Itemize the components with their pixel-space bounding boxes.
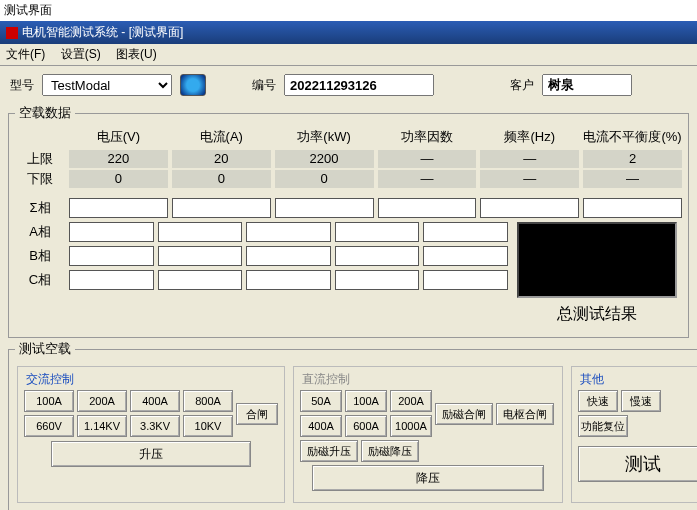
upper-current: 20: [172, 150, 271, 168]
fast-button[interactable]: 快速: [578, 390, 618, 412]
b-voltage[interactable]: [69, 246, 154, 266]
result-label: 总测试结果: [557, 300, 637, 329]
menubar: 文件(F) 设置(S) 图表(U): [0, 44, 697, 66]
b-power[interactable]: [246, 246, 331, 266]
col-voltage: 电压(V): [69, 126, 168, 148]
col-pf: 功率因数: [378, 126, 477, 148]
dc-1000a-button[interactable]: 1000A: [390, 415, 432, 437]
exc-up-button[interactable]: 励磁升压: [300, 440, 358, 462]
dc-100a-button[interactable]: 100A: [345, 390, 387, 412]
menu-file[interactable]: 文件(F): [6, 47, 45, 61]
titlebar-text: 电机智能测试系统 - [测试界面]: [22, 24, 183, 41]
row-upper-label: 上限: [15, 150, 65, 168]
model-label: 型号: [10, 77, 34, 94]
main-panel: 型号 TestModal 编号 客户 空载数据 电压(V) 电流(A) 功率(k…: [0, 66, 697, 510]
row-a-label: A相: [15, 223, 65, 241]
c-voltage[interactable]: [69, 270, 154, 290]
menu-chart[interactable]: 图表(U): [116, 47, 157, 61]
dc-50a-button[interactable]: 50A: [300, 390, 342, 412]
dc-400a-button[interactable]: 400A: [300, 415, 342, 437]
ac-up-button[interactable]: 升压: [51, 441, 251, 467]
number-label: 编号: [252, 77, 276, 94]
noload-legend: 空载数据: [15, 104, 75, 122]
col-power: 功率(kW): [275, 126, 374, 148]
customer-input[interactable]: [542, 74, 632, 96]
dc-600a-button[interactable]: 600A: [345, 415, 387, 437]
ac-660v-button[interactable]: 660V: [24, 415, 74, 437]
other-control-group: 其他 快速 慢速 功能复位 测试: [571, 366, 697, 503]
result-screen: [517, 222, 677, 298]
ac-100a-button[interactable]: 100A: [24, 390, 74, 412]
result-box: 总测试结果: [512, 222, 682, 329]
b-current[interactable]: [158, 246, 243, 266]
test-button[interactable]: 测试: [578, 446, 697, 482]
dc-200a-button[interactable]: 200A: [390, 390, 432, 412]
dc-label: 直流控制: [302, 371, 556, 388]
sigma-current[interactable]: [172, 198, 271, 218]
a-current[interactable]: [158, 222, 243, 242]
col-unbal: 电流不平衡度(%): [583, 126, 682, 148]
upper-power: 2200: [275, 150, 374, 168]
lower-current: 0: [172, 170, 271, 188]
exc-close-button[interactable]: 励磁合闸: [435, 403, 493, 425]
dc-control-group: 直流控制 50A 100A 200A 400A 600A 1000A 励磁合闸 …: [293, 366, 563, 503]
dc-down-button[interactable]: 降压: [312, 465, 544, 491]
ac-label: 交流控制: [26, 371, 278, 388]
c-power[interactable]: [246, 270, 331, 290]
col-freq: 频率(Hz): [480, 126, 579, 148]
exc-down-button[interactable]: 励磁降压: [361, 440, 419, 462]
ac-3_3kv-button[interactable]: 3.3KV: [130, 415, 180, 437]
phase-area: A相 总测试结果 B相 C相: [15, 222, 682, 329]
b-freq[interactable]: [423, 246, 508, 266]
lower-power: 0: [275, 170, 374, 188]
data-grid: 电压(V) 电流(A) 功率(kW) 功率因数 频率(Hz) 电流不平衡度(%)…: [15, 126, 682, 218]
mot-close-button[interactable]: 电枢合闸: [496, 403, 554, 425]
sigma-unbal[interactable]: [583, 198, 682, 218]
row-c-label: C相: [15, 271, 65, 289]
sigma-power[interactable]: [275, 198, 374, 218]
noload-data-group: 空载数据 电压(V) 电流(A) 功率(kW) 功率因数 频率(Hz) 电流不平…: [8, 104, 689, 338]
number-input[interactable]: [284, 74, 434, 96]
ac-control-group: 交流控制 100A 200A 400A 800A 660V 1.14KV 3.3…: [17, 366, 285, 503]
b-pf[interactable]: [335, 246, 420, 266]
c-pf[interactable]: [335, 270, 420, 290]
lower-pf: —: [378, 170, 477, 188]
row-sigma-label: Σ相: [15, 199, 65, 217]
upper-pf: —: [378, 150, 477, 168]
top-row: 型号 TestModal 编号 客户: [6, 72, 691, 102]
c-freq[interactable]: [423, 270, 508, 290]
customer-label: 客户: [510, 77, 534, 94]
menu-settings[interactable]: 设置(S): [61, 47, 101, 61]
func-reset-button[interactable]: 功能复位: [578, 415, 628, 437]
ac-200a-button[interactable]: 200A: [77, 390, 127, 412]
other-label: 其他: [580, 371, 697, 388]
row-lower-label: 下限: [15, 170, 65, 188]
sigma-freq[interactable]: [480, 198, 579, 218]
app-logo-icon: [6, 27, 18, 39]
ac-800a-button[interactable]: 800A: [183, 390, 233, 412]
page-label: 测试界面: [0, 0, 697, 21]
upper-freq: —: [480, 150, 579, 168]
slow-button[interactable]: 慢速: [621, 390, 661, 412]
lower-unbal: —: [583, 170, 682, 188]
refresh-button[interactable]: [180, 74, 206, 96]
lower-voltage: 0: [69, 170, 168, 188]
ac-1_14kv-button[interactable]: 1.14KV: [77, 415, 127, 437]
row-b-label: B相: [15, 247, 65, 265]
sigma-voltage[interactable]: [69, 198, 168, 218]
test-noload-legend: 测试空载: [15, 340, 75, 358]
a-pf[interactable]: [335, 222, 420, 242]
a-voltage[interactable]: [69, 222, 154, 242]
model-select[interactable]: TestModal: [42, 74, 172, 96]
titlebar: 电机智能测试系统 - [测试界面]: [0, 21, 697, 44]
a-power[interactable]: [246, 222, 331, 242]
test-noload-group: 测试空载 交流控制 100A 200A 400A 800A 660V 1.14K…: [8, 340, 697, 510]
col-current: 电流(A): [172, 126, 271, 148]
a-freq[interactable]: [423, 222, 508, 242]
upper-unbal: 2: [583, 150, 682, 168]
sigma-pf[interactable]: [378, 198, 477, 218]
ac-400a-button[interactable]: 400A: [130, 390, 180, 412]
ac-close-button[interactable]: 合闸: [236, 403, 278, 425]
c-current[interactable]: [158, 270, 243, 290]
ac-10kv-button[interactable]: 10KV: [183, 415, 233, 437]
